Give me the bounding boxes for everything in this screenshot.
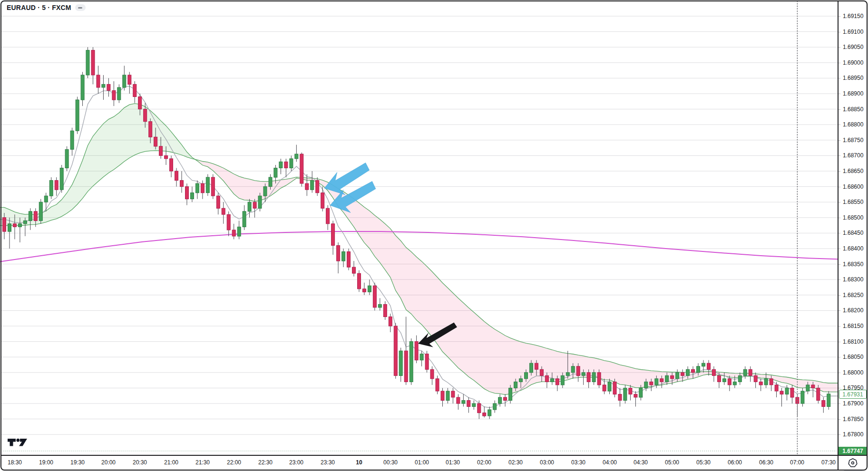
candle-body xyxy=(822,401,825,407)
price-axis-tick xyxy=(839,295,840,296)
price-axis-tick xyxy=(839,125,840,125)
price-axis-label: 1.68000 xyxy=(843,369,863,376)
price-axis-label: 1.68550 xyxy=(843,199,863,205)
candle-body xyxy=(467,401,470,407)
time-axis-label: 01:30 xyxy=(446,459,460,466)
candle-body xyxy=(780,391,783,394)
candle-body xyxy=(660,379,663,382)
time-axis-divider xyxy=(1,455,867,456)
candle-body xyxy=(76,100,79,131)
time-axis-label: 19:00 xyxy=(39,459,53,466)
candle-body xyxy=(759,382,762,385)
candle-body xyxy=(133,84,137,96)
ribbon-segment xyxy=(521,342,526,390)
time-axis-label: 20:30 xyxy=(133,459,147,466)
candle-body xyxy=(509,388,512,400)
candle-body xyxy=(743,369,747,375)
candle-body xyxy=(550,379,554,382)
ribbon-segment xyxy=(390,229,396,290)
candle-body xyxy=(478,404,481,413)
candle-body xyxy=(655,379,658,385)
hide-indicator-button[interactable] xyxy=(75,4,86,11)
candle-body xyxy=(545,375,548,382)
candle-body xyxy=(321,193,324,209)
price-axis-tick xyxy=(839,218,840,218)
candle-body xyxy=(571,366,575,373)
settings-gear-icon[interactable] xyxy=(848,458,858,468)
price-axis-tick xyxy=(839,388,840,388)
candle-body xyxy=(681,373,684,376)
price-axis-tick xyxy=(839,32,840,32)
ribbon-segment xyxy=(98,124,103,182)
ribbon-segment xyxy=(401,241,406,310)
candle-body xyxy=(144,109,147,122)
candle-body xyxy=(383,304,387,317)
candle-body xyxy=(55,181,58,190)
price-axis-label: 1.69100 xyxy=(843,29,863,35)
minus-icon xyxy=(78,7,82,9)
candle-body xyxy=(764,379,768,385)
chart-pane[interactable] xyxy=(0,0,838,455)
ribbon-segment xyxy=(505,336,510,394)
candle-body xyxy=(634,394,637,397)
candle-body xyxy=(326,208,330,224)
price-axis[interactable]: 1.691501.691001.690501.690001.689501.689… xyxy=(839,1,867,455)
time-axis-label: 22:00 xyxy=(227,459,241,466)
price-axis-tick xyxy=(839,140,840,141)
ribbon-segment xyxy=(239,176,244,200)
ribbon-segment xyxy=(500,332,505,394)
candle-body xyxy=(149,122,152,137)
candle-body xyxy=(170,159,173,171)
candle-body xyxy=(712,369,715,375)
time-axis-label: 05:00 xyxy=(665,459,679,466)
candle-body xyxy=(676,373,679,379)
candle-body xyxy=(733,382,736,385)
candle-body xyxy=(665,375,669,382)
ribbon-segment xyxy=(93,130,98,186)
time-axis-label: 04:00 xyxy=(603,459,617,466)
candle-body xyxy=(290,159,293,168)
price-axis-tick xyxy=(839,78,840,78)
candle-body xyxy=(790,388,794,397)
session-price-badge: 1.67747 xyxy=(839,447,867,455)
candle-body xyxy=(639,388,643,397)
symbol-title[interactable]: EURAUD · 5 · FXCM xyxy=(7,4,71,11)
ema-ribbon-fill xyxy=(0,104,838,394)
candle-body xyxy=(23,221,27,224)
candle-body xyxy=(592,373,595,382)
last-price-label: 1.67931 xyxy=(839,390,867,399)
candle-body xyxy=(91,50,95,75)
price-axis-label: 1.68100 xyxy=(843,338,863,345)
candle-body xyxy=(65,149,68,168)
candle-body xyxy=(754,375,757,382)
candle-body xyxy=(311,181,314,190)
ribbon-segment xyxy=(823,383,829,392)
time-axis[interactable]: 18:3019:0019:3020:0020:3021:0021:3022:00… xyxy=(1,456,838,470)
candle-body xyxy=(253,202,256,208)
candle-body xyxy=(263,187,267,196)
candle-body xyxy=(128,75,131,85)
candle-body xyxy=(279,162,283,168)
candle-body xyxy=(337,246,340,261)
slow-ma-magenta-line xyxy=(0,231,838,261)
ribbon-segment xyxy=(438,277,443,352)
candle-body xyxy=(629,388,632,394)
tradingview-logo[interactable] xyxy=(8,438,28,448)
price-axis-label: 1.68500 xyxy=(843,214,863,221)
candle-body xyxy=(243,211,246,227)
time-axis-label: 06:30 xyxy=(759,459,773,466)
candle-body xyxy=(201,183,204,193)
ribbon-segment xyxy=(614,363,620,384)
candle-body xyxy=(378,304,381,308)
candle-body xyxy=(248,202,251,211)
time-axis-label: 06:00 xyxy=(728,459,742,466)
symbol-legend[interactable]: EURAUD · 5 · FXCM xyxy=(7,4,86,11)
candle-body xyxy=(358,273,361,289)
price-axis-tick xyxy=(839,357,840,357)
ribbon-segment xyxy=(57,200,62,219)
candle-body xyxy=(206,177,209,193)
candle-body xyxy=(347,252,351,268)
ribbon-segment xyxy=(364,207,370,249)
candle-body xyxy=(195,183,199,193)
ribbon-segment xyxy=(620,365,625,385)
